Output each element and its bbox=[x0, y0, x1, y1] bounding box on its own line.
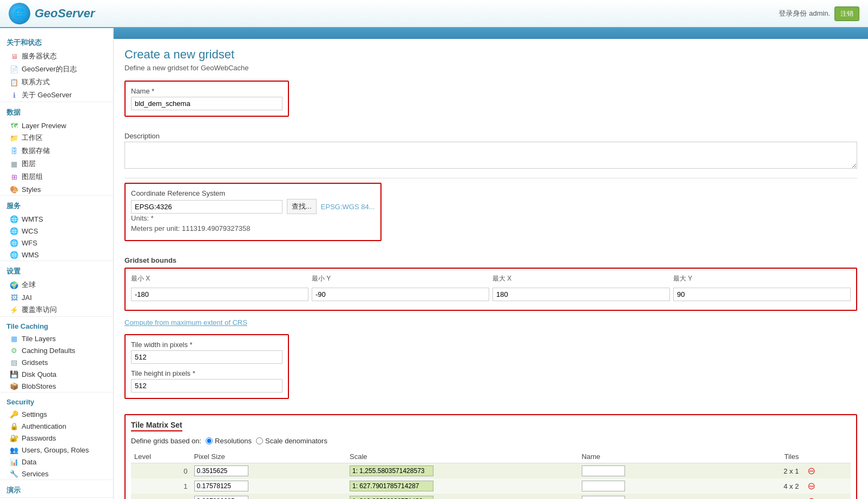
sidebar-item-contact[interactable]: 📋 联系方式 bbox=[0, 76, 113, 89]
cell-name[interactable] bbox=[578, 478, 706, 494]
name-input[interactable] bbox=[582, 465, 625, 476]
scale-radio[interactable] bbox=[256, 437, 263, 444]
sidebar-item-layergroup[interactable]: ⊞ 图层组 bbox=[0, 170, 113, 183]
sidebar-item-services-sec[interactable]: 🔧 Services bbox=[0, 468, 113, 480]
main-content: Create a new gridset Define a new gridse… bbox=[114, 28, 868, 499]
preview-icon: 🗺 bbox=[10, 121, 18, 130]
sidebar-item-jai[interactable]: 🖼 JAI bbox=[0, 291, 113, 303]
sidebar-item-layer-preview[interactable]: 🗺 Layer Preview bbox=[0, 119, 113, 131]
scale-radio-label[interactable]: Scale denominators bbox=[256, 437, 327, 445]
cell-tiles: 8 x 4 bbox=[706, 494, 802, 499]
col-tiles: Tiles bbox=[706, 450, 802, 463]
resolution-radio[interactable] bbox=[206, 437, 213, 444]
sidebar-item-log[interactable]: 📄 GeoServer的日志 bbox=[0, 63, 113, 76]
pixel-size-input[interactable] bbox=[194, 481, 248, 491]
cell-name[interactable] bbox=[578, 494, 706, 499]
remove-row-button[interactable]: ⊖ bbox=[805, 480, 818, 492]
bounds-box: 最小 X 最小 Y 最大 X 最大 Y bbox=[124, 268, 857, 311]
matrix-table: Level Pixel Size Scale Name Tiles 0 bbox=[131, 450, 851, 499]
scale-input[interactable] bbox=[350, 496, 433, 499]
sidebar-item-layers[interactable]: ▦ 图层 bbox=[0, 157, 113, 170]
remove-row-button[interactable]: ⊖ bbox=[805, 465, 818, 477]
cell-remove[interactable]: ⊖ bbox=[802, 478, 851, 494]
cell-pixel-size[interactable] bbox=[191, 463, 346, 479]
contact-icon: 📋 bbox=[10, 78, 18, 87]
bounds-values-row bbox=[131, 288, 851, 301]
tile-matrix-section: Tile Matrix Set Define grids based on: R… bbox=[124, 414, 857, 499]
crs-input[interactable] bbox=[131, 200, 282, 214]
sidebar-label: 关于 GeoServer bbox=[22, 90, 71, 100]
cell-pixel-size[interactable] bbox=[191, 494, 346, 499]
sidebar-item-global[interactable]: 🌍 全球 bbox=[0, 278, 113, 291]
name-input[interactable] bbox=[582, 481, 625, 491]
sidebar-label: Disk Quota bbox=[22, 370, 56, 378]
sidebar-item-wmts[interactable]: 🌐 WMTS bbox=[0, 213, 113, 225]
resolution-radio-label[interactable]: Resolutions bbox=[206, 437, 252, 445]
compute-extent-link[interactable]: Compute from maximum extent of CRS bbox=[124, 318, 247, 327]
pixel-size-input[interactable] bbox=[194, 465, 248, 476]
sidebar-item-tile-layers[interactable]: ▦ Tile Layers bbox=[0, 332, 113, 344]
tile-size-section: Tile width in pixels * Tile height in pi… bbox=[124, 334, 857, 407]
tile-height-input[interactable] bbox=[131, 379, 282, 392]
sidebar-item-raster[interactable]: ⚡ 覆盖率访问 bbox=[0, 303, 113, 316]
name-input[interactable] bbox=[582, 496, 625, 499]
minx-input[interactable] bbox=[131, 288, 308, 301]
sidebar-label: WFS bbox=[22, 239, 37, 247]
sidebar-item-wms[interactable]: 🌐 WMS bbox=[0, 249, 113, 261]
cell-scale[interactable] bbox=[346, 478, 578, 494]
sidebar-item-about[interactable]: ℹ 关于 GeoServer bbox=[0, 89, 113, 102]
sidebar-label: Settings bbox=[22, 410, 47, 418]
cell-remove[interactable]: ⊖ bbox=[802, 494, 851, 499]
remove-row-button[interactable]: ⊖ bbox=[805, 495, 818, 499]
sidebar-label: Passwords bbox=[22, 434, 56, 442]
col-scale: Scale bbox=[346, 450, 578, 463]
tile-width-input[interactable] bbox=[131, 350, 282, 364]
sidebar-label: Gridsets bbox=[22, 358, 48, 367]
logo-text: GeoServer bbox=[35, 6, 95, 21]
sidebar-item-users[interactable]: 👥 Users, Groups, Roles bbox=[0, 444, 113, 456]
sidebar-item-gridsets[interactable]: ▤ Gridsets bbox=[0, 356, 113, 368]
user-label: 登录身份 admin. bbox=[779, 9, 830, 18]
sidebar-item-wfs[interactable]: 🌐 WFS bbox=[0, 237, 113, 249]
table-row: 0 2 x 1 ⊖ bbox=[131, 463, 851, 479]
sidebar-item-sec-settings[interactable]: 🔑 Settings bbox=[0, 408, 113, 420]
sidebar-item-server-status[interactable]: 🖥 服务器状态 bbox=[0, 50, 113, 63]
sidebar-item-disk-quota[interactable]: 💾 Disk Quota bbox=[0, 368, 113, 380]
cell-scale[interactable] bbox=[346, 494, 578, 499]
sidebar-item-datastore[interactable]: 🗄 数据存储 bbox=[0, 144, 113, 157]
sidebar-item-workspace[interactable]: 📁 工作区 bbox=[0, 131, 113, 144]
sidebar-item-styles[interactable]: 🎨 Styles bbox=[0, 183, 113, 195]
find-crs-button[interactable]: 查找... bbox=[287, 199, 317, 214]
page-title: Create a new gridset bbox=[124, 48, 857, 62]
sidebar-item-caching-defaults[interactable]: ⚙ Caching Defaults bbox=[0, 344, 113, 356]
miny-input[interactable] bbox=[312, 288, 489, 301]
scale-input[interactable] bbox=[350, 481, 433, 491]
diskquota-icon: 💾 bbox=[10, 370, 18, 378]
name-box: Name * bbox=[124, 81, 289, 117]
cell-scale[interactable] bbox=[346, 463, 578, 479]
description-textarea[interactable] bbox=[124, 142, 857, 169]
cell-name[interactable] bbox=[578, 463, 706, 479]
maxx-input[interactable] bbox=[492, 288, 670, 301]
sidebar-label: GeoServer的日志 bbox=[22, 64, 77, 74]
sidebar-item-authentication[interactable]: 🔒 Authentication bbox=[0, 420, 113, 432]
crs-link[interactable]: EPSG:WGS 84... bbox=[321, 203, 375, 211]
description-section: Description bbox=[124, 132, 857, 170]
workspace-icon: 📁 bbox=[10, 134, 18, 142]
logout-button[interactable]: 注销 bbox=[834, 6, 859, 21]
cell-pixel-size[interactable] bbox=[191, 478, 346, 494]
maxy-input[interactable] bbox=[673, 288, 851, 301]
cell-level: 1 bbox=[131, 478, 191, 494]
sidebar-item-data-sec[interactable]: 📊 Data bbox=[0, 456, 113, 468]
pixel-size-input[interactable] bbox=[194, 496, 248, 499]
cell-tiles: 2 x 1 bbox=[706, 463, 802, 479]
cell-remove[interactable]: ⊖ bbox=[802, 463, 851, 479]
scale-input[interactable] bbox=[350, 465, 433, 476]
name-input[interactable] bbox=[131, 97, 282, 110]
sidebar-label: BlobStores bbox=[22, 382, 56, 390]
sidebar-item-blobstores[interactable]: 📦 BlobStores bbox=[0, 380, 113, 392]
sidebar-item-wcs[interactable]: 🌐 WCS bbox=[0, 225, 113, 237]
content-area: Create a new gridset Define a new gridse… bbox=[114, 39, 868, 499]
sidebar-item-passwords[interactable]: 🔐 Passwords bbox=[0, 432, 113, 444]
tile-layers-icon: ▦ bbox=[10, 334, 18, 343]
